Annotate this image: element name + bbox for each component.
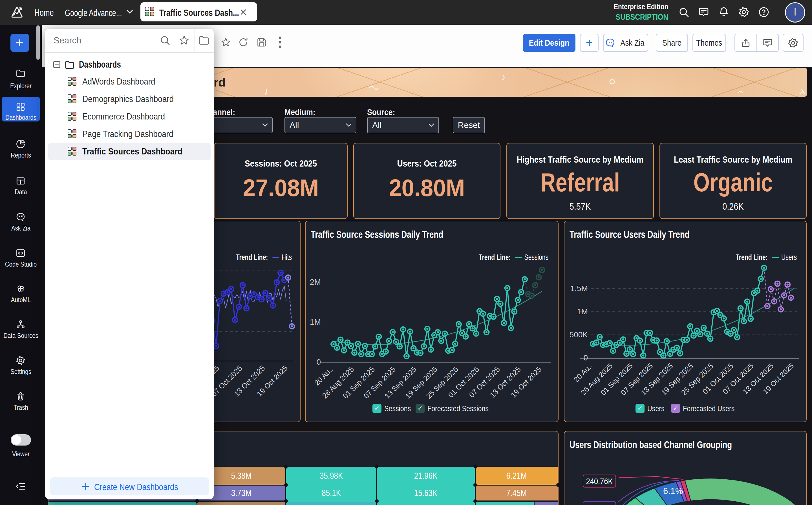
svg-text:1.5M: 1.5M bbox=[570, 284, 588, 293]
svg-text:0: 0 bbox=[316, 358, 321, 366]
svg-text:1M: 1M bbox=[310, 318, 321, 326]
svg-text:6.1%: 6.1% bbox=[663, 486, 683, 496]
svg-text:0: 0 bbox=[583, 353, 588, 362]
svg-text:500K: 500K bbox=[569, 330, 588, 339]
svg-text:2M: 2M bbox=[310, 278, 321, 286]
svg-text:1M: 1M bbox=[577, 307, 588, 316]
